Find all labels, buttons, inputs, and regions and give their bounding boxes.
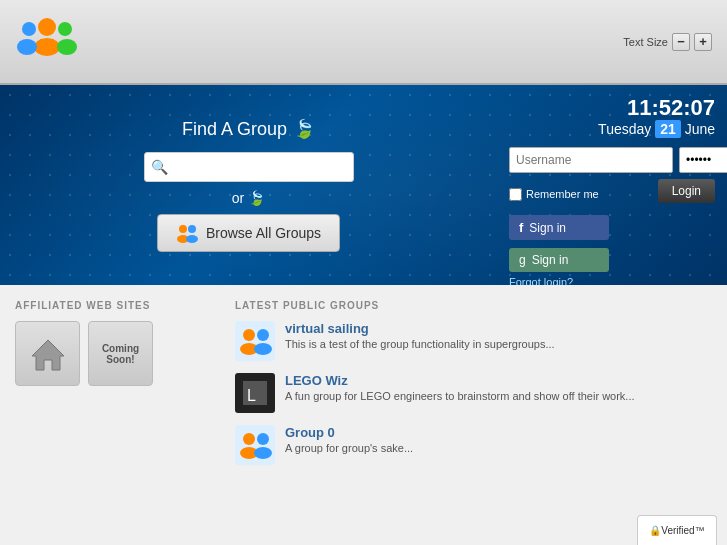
search-box: 🔍 — [144, 152, 354, 182]
username-input[interactable] — [509, 147, 673, 173]
affiliated-panel: AFFILIATED WEB SITES ComingSoon! — [15, 300, 215, 530]
increase-text-button[interactable]: + — [694, 33, 712, 51]
group-desc-2: A group for group's sake... — [285, 442, 413, 454]
google-signin-label: Sign in — [532, 253, 569, 267]
group-desc-0: This is a test of the group functionalit… — [285, 338, 555, 350]
login-button[interactable]: Login — [658, 179, 715, 203]
clock-month: June — [685, 121, 715, 137]
coming-soon-label: ComingSoon! — [102, 343, 139, 365]
clock-date-num: 21 — [655, 120, 681, 138]
hero-banner: Find A Group 🍃 🔍 or 🍃 Browse All Gr — [0, 85, 727, 285]
svg-point-4 — [58, 22, 72, 36]
svg-point-18 — [243, 433, 255, 445]
group-info-2: Group 0 A group for group's sake... — [285, 425, 413, 454]
facebook-signin-button[interactable]: f Sign in — [509, 215, 609, 240]
affiliated-title: AFFILIATED WEB SITES — [15, 300, 215, 311]
verified-label: Verified™ — [661, 525, 704, 536]
svg-point-14 — [257, 329, 269, 341]
logo-area — [15, 9, 80, 74]
clock-day: Tuesday — [598, 121, 651, 137]
decrease-text-button[interactable]: − — [672, 33, 690, 51]
password-input[interactable] — [679, 147, 727, 173]
svg-point-2 — [22, 22, 36, 36]
clock-area: 11:52:07 Tuesday 21 June — [509, 95, 715, 137]
facebook-signin-label: Sign in — [529, 221, 566, 235]
latest-groups-title: LATEST PUBLIC GROUPS — [235, 300, 712, 311]
svg-point-5 — [57, 39, 77, 55]
svg-point-0 — [38, 18, 56, 36]
remember-checkbox[interactable] — [509, 188, 522, 201]
forgot-login-link[interactable]: Forgot login? — [509, 276, 715, 285]
group-info-1: LEGO Wiz A fun group for LEGO engineers … — [285, 373, 635, 402]
leaf-icon: 🍃 — [293, 118, 315, 140]
svg-point-10 — [186, 235, 198, 243]
affiliated-icons: ComingSoon! — [15, 321, 215, 386]
find-group-panel: Find A Group 🍃 🔍 or 🍃 Browse All Gr — [0, 85, 497, 285]
lock-icon: 🔒 — [649, 525, 661, 536]
find-group-title: Find A Group 🍃 — [182, 118, 315, 140]
group-name-1[interactable]: LEGO Wiz — [285, 373, 635, 388]
browse-all-groups-button[interactable]: Browse All Groups — [157, 214, 340, 252]
svg-point-12 — [243, 329, 255, 341]
browse-groups-icon — [176, 222, 198, 244]
logo-icon — [15, 9, 80, 74]
or-leaf-icon: 🍃 — [248, 190, 265, 206]
svg-point-15 — [254, 343, 272, 355]
svg-text:L: L — [247, 387, 256, 404]
or-label: or 🍃 — [232, 190, 265, 206]
login-credentials-row — [509, 147, 715, 173]
browse-button-label: Browse All Groups — [206, 225, 321, 241]
search-icon: 🔍 — [151, 159, 168, 175]
group-name-2[interactable]: Group 0 — [285, 425, 413, 440]
facebook-icon: f — [519, 220, 523, 235]
remember-me-row: Remember me Login — [509, 179, 715, 209]
search-input[interactable] — [172, 160, 347, 174]
svg-point-3 — [17, 39, 37, 55]
text-size-label: Text Size — [623, 36, 668, 48]
svg-point-20 — [257, 433, 269, 445]
login-form: Remember me Login f Sign in g Sign in Fo… — [509, 147, 715, 285]
svg-marker-11 — [32, 340, 64, 370]
clock-date: Tuesday 21 June — [509, 121, 715, 137]
group-avatar-2 — [235, 425, 275, 465]
bottom-section: AFFILIATED WEB SITES ComingSoon! LATEST … — [0, 285, 727, 545]
group-avatar-1: L — [235, 373, 275, 413]
svg-rect-6 — [40, 39, 54, 54]
affiliated-home-icon[interactable] — [15, 321, 80, 386]
google-icon: g — [519, 253, 526, 267]
clock-time: 11:52:07 — [509, 95, 715, 121]
remember-label: Remember me — [526, 188, 599, 200]
verified-badge: 🔒 Verified™ — [637, 515, 717, 545]
text-size-control: Text Size − + — [623, 33, 712, 51]
top-bar: Text Size − + — [0, 0, 727, 85]
group-item: virtual sailing This is a test of the gr… — [235, 321, 712, 361]
group-name-0[interactable]: virtual sailing — [285, 321, 555, 336]
group-info-0: virtual sailing This is a test of the gr… — [285, 321, 555, 350]
hero-content: Find A Group 🍃 🔍 or 🍃 Browse All Gr — [0, 85, 727, 285]
latest-groups-panel: LATEST PUBLIC GROUPS virtual sailing Thi… — [235, 300, 712, 530]
svg-point-9 — [188, 225, 196, 233]
right-panel: 11:52:07 Tuesday 21 June Remember me Log… — [497, 85, 727, 285]
group-avatar-0 — [235, 321, 275, 361]
affiliated-coming-soon[interactable]: ComingSoon! — [88, 321, 153, 386]
google-signin-button[interactable]: g Sign in — [509, 248, 609, 272]
svg-point-7 — [179, 225, 187, 233]
svg-point-21 — [254, 447, 272, 459]
group-item: Group 0 A group for group's sake... — [235, 425, 712, 465]
group-item: L LEGO Wiz A fun group for LEGO engineer… — [235, 373, 712, 413]
group-desc-1: A fun group for LEGO engineers to brains… — [285, 390, 635, 402]
